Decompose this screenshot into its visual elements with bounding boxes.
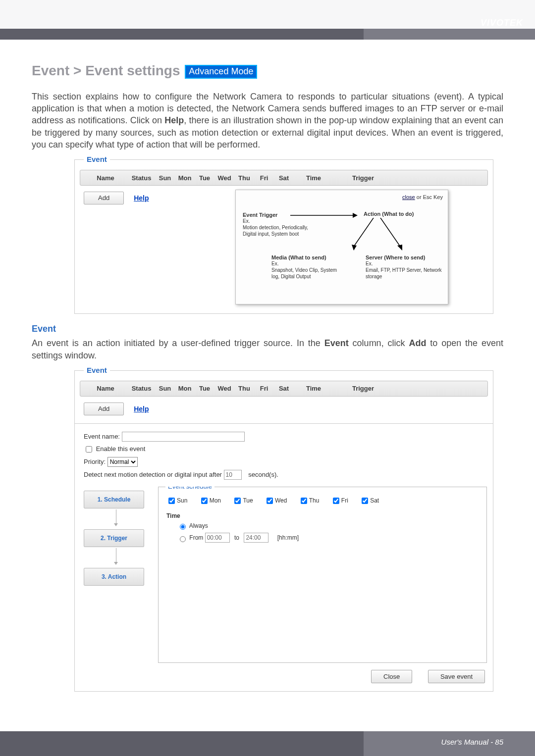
day-thu-label: Thu bbox=[309, 497, 320, 504]
day-tue-label: Tue bbox=[243, 497, 253, 504]
col-sun: Sun bbox=[155, 174, 175, 182]
svg-line-2 bbox=[354, 218, 374, 247]
event-p-t1: An event is an action initiated by a use… bbox=[32, 338, 324, 348]
col-sat: Sat bbox=[274, 174, 294, 182]
col-status-2: Status bbox=[128, 385, 155, 392]
help-popup: close or Esc Key Event Trigger Ex. Motio… bbox=[235, 190, 448, 304]
time-format-hint: [hh:mm] bbox=[277, 534, 299, 541]
event-name-label: Event name: bbox=[84, 433, 120, 440]
help-link-2[interactable]: Help bbox=[134, 405, 149, 413]
svg-marker-3 bbox=[352, 245, 357, 251]
pop-media-ex-lbl: Ex. bbox=[271, 260, 346, 267]
col-wed-2: Wed bbox=[214, 385, 234, 392]
brand-label: VIVOTEK bbox=[481, 18, 523, 28]
enable-event-checkbox[interactable] bbox=[86, 446, 92, 453]
col-status: Status bbox=[128, 174, 155, 182]
schedule-legend: Event schedule bbox=[165, 487, 214, 490]
event-table-header: Name Status Sun Mon Tue Wed Thu Fri Sat … bbox=[80, 170, 488, 186]
col-tue-2: Tue bbox=[195, 385, 214, 392]
time-header: Time bbox=[166, 512, 479, 519]
intro-help-bold: Help bbox=[164, 115, 184, 125]
step-trigger[interactable]: 2. Trigger bbox=[84, 529, 144, 547]
col-name-2: Name bbox=[83, 385, 128, 392]
close-button[interactable]: Close bbox=[371, 670, 412, 683]
step-arrow-icon-1 bbox=[84, 508, 148, 529]
time-from-field[interactable] bbox=[205, 533, 230, 543]
col-tue: Tue bbox=[195, 174, 214, 182]
footer-manual-label: User's Manual - bbox=[441, 738, 495, 746]
save-event-button[interactable]: Save event bbox=[428, 670, 485, 683]
pop-branch-icon bbox=[349, 218, 428, 252]
event-settings-panel: Event name: Enable this event Priority: … bbox=[74, 424, 493, 692]
col-sun-2: Sun bbox=[155, 385, 175, 392]
time-always-radio[interactable] bbox=[180, 524, 186, 530]
pop-action-hdr: Action (What to do) bbox=[364, 211, 414, 217]
help-popup-close[interactable]: close or Esc Key bbox=[402, 194, 443, 200]
event-list-panel-2: Event Name Status Sun Mon Tue Wed Thu Fr… bbox=[74, 370, 493, 424]
event-subheading: Event bbox=[32, 324, 503, 334]
col-mon-2: Mon bbox=[175, 385, 195, 392]
steps-column: 1. Schedule 2. Trigger 3. Action bbox=[84, 487, 148, 586]
day-sat-label: Sat bbox=[370, 497, 379, 504]
col-trigger: Trigger bbox=[333, 174, 393, 182]
priority-select[interactable]: Normal bbox=[107, 457, 138, 467]
step-action[interactable]: 3. Action bbox=[84, 568, 144, 586]
col-time-2: Time bbox=[294, 385, 333, 392]
time-to-label: to bbox=[234, 534, 239, 541]
col-thu-2: Thu bbox=[234, 385, 254, 392]
event-p-b2: Add bbox=[409, 338, 426, 348]
day-fri-label: Fri bbox=[341, 497, 348, 504]
time-from-radio[interactable] bbox=[180, 536, 186, 542]
add-button[interactable]: Add bbox=[84, 192, 124, 204]
col-mon: Mon bbox=[175, 174, 195, 182]
detect-suffix: second(s). bbox=[248, 471, 278, 478]
event-legend: Event bbox=[84, 155, 110, 163]
day-wed-label: Wed bbox=[275, 497, 287, 504]
svg-line-4 bbox=[380, 218, 400, 247]
page-title: Event > Event settings Advanced Mode bbox=[32, 63, 503, 79]
title-text: Event > Event settings bbox=[32, 63, 180, 78]
col-name: Name bbox=[83, 174, 128, 182]
day-fri-checkbox[interactable] bbox=[333, 498, 339, 504]
day-thu-checkbox[interactable] bbox=[301, 498, 307, 504]
pop-media-hdr: Media (What to send) bbox=[271, 254, 346, 260]
col-trigger-2: Trigger bbox=[333, 385, 393, 392]
footer-note: User's Manual - 85 bbox=[441, 738, 503, 746]
step-schedule[interactable]: 1. Schedule bbox=[84, 491, 144, 508]
col-time: Time bbox=[294, 174, 333, 182]
pop-media-ex: Snapshot, Video Clip, System log, Digita… bbox=[271, 267, 346, 280]
pop-server-ex-lbl: Ex. bbox=[366, 260, 445, 267]
event-p-t2: column, click bbox=[349, 338, 409, 348]
day-tue-checkbox[interactable] bbox=[234, 498, 241, 504]
col-fri: Fri bbox=[254, 174, 274, 182]
svg-marker-1 bbox=[353, 213, 358, 218]
event-schedule-panel: Event schedule Sun Mon Tue Wed Thu Fri S… bbox=[158, 487, 487, 663]
col-wed: Wed bbox=[214, 174, 234, 182]
col-thu: Thu bbox=[234, 174, 254, 182]
day-sun-label: Sun bbox=[177, 497, 187, 504]
event-table-header-2: Name Status Sun Mon Tue Wed Thu Fri Sat … bbox=[80, 381, 488, 397]
time-to-field[interactable] bbox=[244, 533, 268, 543]
time-always-label: Always bbox=[189, 522, 208, 529]
detect-interval-field[interactable] bbox=[224, 470, 242, 480]
event-paragraph: An event is an action initiated by a use… bbox=[32, 337, 503, 361]
close-link[interactable]: close bbox=[402, 194, 415, 200]
pop-trigger-ex: Motion detection, Periodically, Digital … bbox=[243, 224, 317, 237]
event-legend-2: Event bbox=[84, 366, 110, 374]
priority-label: Priority: bbox=[84, 458, 106, 465]
event-list-panel-1: Event Name Status Sun Mon Tue Wed Thu Fr… bbox=[74, 159, 493, 314]
button-bar: Close Save event bbox=[84, 670, 487, 683]
day-sat-checkbox[interactable] bbox=[362, 498, 368, 504]
time-from-label: From bbox=[189, 534, 203, 541]
day-sun-checkbox[interactable] bbox=[168, 498, 175, 504]
add-button-2[interactable]: Add bbox=[84, 403, 124, 415]
event-name-field[interactable] bbox=[122, 432, 245, 442]
col-fri-2: Fri bbox=[254, 385, 274, 392]
mode-badge: Advanced Mode bbox=[185, 65, 257, 79]
event-p-b1: Event bbox=[324, 338, 349, 348]
day-wed-checkbox[interactable] bbox=[267, 498, 273, 504]
day-mon-label: Mon bbox=[210, 497, 221, 504]
days-row: Sun Mon Tue Wed Thu Fri Sat bbox=[166, 496, 479, 505]
help-link[interactable]: Help bbox=[134, 194, 149, 202]
day-mon-checkbox[interactable] bbox=[201, 498, 208, 504]
